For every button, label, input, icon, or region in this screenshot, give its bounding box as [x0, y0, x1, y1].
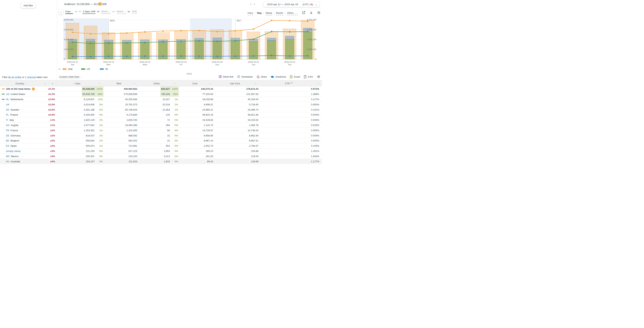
granularity-month[interactable]: Month [276, 11, 283, 15]
point-NL-2025-04-19[interactable] [198, 55, 200, 57]
prev-period-button[interactable]: ‹ [250, 2, 251, 6]
resize-handle[interactable] [187, 73, 192, 75]
metric2-select[interactable]: Metric⌄ [101, 10, 110, 14]
audience-info-icon[interactable]: i [98, 2, 102, 5]
point-NL-2025-04-21[interactable] [235, 55, 236, 57]
column-clicks[interactable]: Clicks [154, 80, 160, 87]
table-row-100-of-241-total-items[interactable]: 100 of 241 total itemsi±0.2%84,448,94510… [0, 86, 322, 92]
point-NL-2025-04-23[interactable] [271, 55, 272, 56]
table-row-AO[interactable]: AOAngola±1%1,577,9422%16,490,3953940%1,1… [0, 123, 322, 128]
chart-back-button[interactable]: ‹ [59, 9, 63, 14]
column-bids[interactable]: Bids [116, 80, 121, 87]
legend-item-us[interactable]: US [81, 68, 100, 70]
point-NL-2025-04-15[interactable] [126, 56, 127, 57]
granularity-day[interactable]: Day [257, 11, 262, 15]
adv-cost-column-menu-icon[interactable]: ⋯ [254, 80, 256, 87]
point-NL-2025-04-16[interactable] [144, 55, 146, 57]
point-total-2025-04-12[interactable] [72, 32, 73, 33]
country-code-link[interactable]: BE [6, 139, 9, 142]
imps-column-menu-icon[interactable]: ⋯ [98, 80, 101, 87]
table-row-NL[interactable]: NLNetherlands±0.6%8,129,80710%40,300,084… [0, 97, 322, 102]
add-column-button[interactable]: + [52, 80, 53, 87]
legend-item-nl[interactable]: NL [100, 68, 118, 70]
point-total-2025-04-18[interactable] [180, 30, 182, 31]
point-US-2025-04-13[interactable] [90, 43, 91, 44]
country-code-link[interactable]: UK [6, 103, 9, 106]
column-imps[interactable]: ↓Imps [73, 80, 80, 87]
point-US-2025-04-19[interactable] [198, 40, 200, 41]
point-US-2025-04-15[interactable] [126, 42, 127, 44]
ctr-column-menu-icon[interactable]: ⋯ [317, 80, 320, 87]
point-total-2025-04-21[interactable] [235, 30, 236, 31]
point-total-2025-04-14[interactable] [108, 33, 109, 34]
table-row-MX[interactable]: MXMexico±4%200,4010%243,1003,0130%161.53… [0, 154, 322, 159]
point-total-2025-04-15[interactable] [126, 32, 127, 34]
point-total-2025-04-24[interactable] [289, 20, 290, 21]
next-period-button[interactable]: › [254, 2, 255, 6]
shift-select[interactable]: 2 days shift [82, 10, 95, 14]
clicks-column-menu-icon[interactable]: ⋯ [174, 80, 176, 87]
point-US-2025-04-25[interactable] [307, 31, 308, 32]
timeseries-chart[interactable]: W16W178,000,0008,000,0006,000,0006,000,0… [57, 16, 322, 66]
granularity-other[interactable]: Other... ⌄ [287, 11, 298, 15]
point-NL-2025-04-17[interactable] [162, 55, 164, 57]
table-row-PL[interactable]: PLPoland±0.8%4,155,4505%4,175,6841330%49… [0, 112, 322, 118]
table-row-IT[interactable]: ITItaly±1%1,620,1292%1,829,782720%19,228… [0, 118, 322, 123]
point-total-2025-04-13[interactable] [90, 33, 91, 34]
bar-nl-days-shift--2025-04-13[interactable] [86, 39, 95, 42]
point-total-2025-04-23[interactable] [271, 20, 272, 21]
point-US-2025-04-14[interactable] [108, 42, 109, 44]
country-code-link[interactable]: DE [6, 134, 9, 137]
country-code-link[interactable]: AO [6, 124, 10, 127]
point-US-2025-04-22[interactable] [253, 38, 254, 40]
point-US-2025-04-23[interactable] [271, 31, 272, 32]
table-row-UK[interactable]: UK±0.8%4,514,6365%20,781,07320,3162%4,90… [0, 102, 322, 107]
download-icon[interactable] [309, 11, 313, 14]
table-row-US[interactable]: USUnited States±0.2%55,936,79966%270,638… [0, 92, 322, 97]
google-drive-button[interactable]: Drive [256, 75, 267, 78]
point-NL-2025-04-12[interactable] [72, 56, 73, 57]
country-code-link[interactable]: FR [6, 129, 9, 132]
column-ctr[interactable]: CTRf(x) [285, 80, 293, 87]
legend-item-total[interactable]: total [62, 68, 81, 70]
point-US-2025-04-16[interactable] [144, 42, 146, 43]
excel-button[interactable]: Excel [290, 75, 300, 78]
point-total-2025-04-20[interactable] [217, 31, 218, 32]
open-in-new-icon[interactable] [302, 11, 306, 14]
date-range-picker[interactable]: 2025 Apr 12 — 2025 Apr 25 (UTC +2) ⌄ [263, 1, 320, 7]
point-NL-2025-04-20[interactable] [217, 56, 218, 57]
close-icon[interactable]: × [59, 67, 62, 71]
column-cost[interactable]: Cost [192, 80, 198, 87]
scheduler-button[interactable]: Scheduler [237, 75, 253, 78]
bar-nl-days-shift--2025-04-24[interactable] [285, 36, 294, 39]
bar-nl-days-shift--2025-04-14[interactable] [104, 40, 113, 42]
remove-shift-icon[interactable]: × [79, 10, 81, 13]
point-total-2025-04-17[interactable] [162, 30, 164, 32]
table-row-AU[interactable]: AUAustralia±4%154,1570%311,9241,8150%89.… [0, 159, 322, 164]
add-filter-button[interactable]: Add filter [21, 3, 36, 8]
csv-button[interactable]: CSV [304, 75, 313, 78]
table-row--empty-value-[interactable]: (empty value)±4%211,1930%817,2152,8530%1… [0, 149, 322, 154]
country-code-link[interactable]: SE [6, 108, 9, 111]
country-column-menu-icon[interactable]: ⋯ [44, 80, 46, 87]
table-row-SE[interactable]: SESweden±0.8%4,291,1885%80,738,50410,354… [0, 107, 322, 112]
custom-chart-lines-select[interactable]: Custom chart lines ⌄ [59, 75, 82, 78]
filter-selected-link[interactable]: 2 selected [25, 76, 36, 79]
country-code-link[interactable]: PL [6, 113, 9, 116]
cost-column-menu-icon[interactable]: ⋯ [209, 80, 212, 87]
granularity-hour[interactable]: Hour [248, 11, 253, 15]
bar-nl-days-shift--2025-04-19[interactable] [195, 38, 204, 40]
bar-nl-days-shift--2025-04-23[interactable] [267, 38, 276, 40]
country-code-link[interactable]: ES [6, 145, 9, 147]
point-US-2025-04-18[interactable] [180, 41, 182, 42]
granularity-week[interactable]: Week [266, 11, 272, 15]
point-total-2025-04-19[interactable] [198, 30, 200, 31]
country-code-link[interactable]: IT [6, 119, 8, 121]
column-country[interactable]: Country⌄ [16, 80, 26, 87]
gear-icon[interactable] [317, 75, 320, 79]
bar-us-days-shift--2025-04-23[interactable] [267, 40, 276, 59]
country-code-link[interactable]: MX [6, 155, 10, 158]
bar-nl-days-shift--2025-04-20[interactable] [213, 38, 222, 41]
point-US-2025-04-24[interactable] [289, 31, 290, 32]
point-NL-2025-04-14[interactable] [108, 56, 109, 57]
